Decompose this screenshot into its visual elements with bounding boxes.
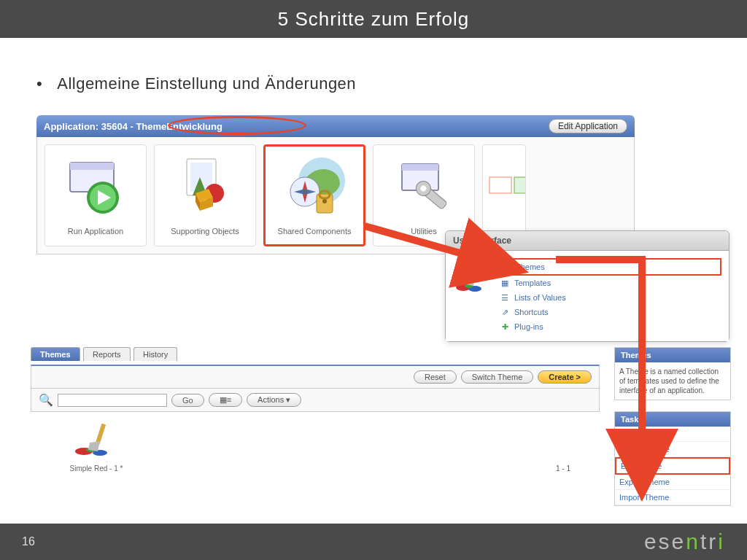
task-edit-theme[interactable]: Edit Theme <box>615 457 730 475</box>
side-themes-body: A Theme is a named collection of templat… <box>615 362 730 400</box>
slide-title-bar: 5 Schritte zum Erfolg <box>0 0 747 38</box>
theme-item[interactable]: Simple Red - 1 * <box>53 422 140 472</box>
ui-templates-link[interactable]: ▦Templates <box>497 276 721 290</box>
svg-rect-30 <box>471 261 479 279</box>
view-toggle-button[interactable]: ▦≡ <box>209 393 242 407</box>
theme-thumbnail-icon <box>71 422 122 459</box>
footer-bar: 16 esentri <box>0 524 747 560</box>
side-tasks-panel: Tasks Copy Theme Delete Theme Edit Theme… <box>614 411 731 506</box>
brand-logo: esentri <box>644 529 725 554</box>
side-themes-panel: Themes A Theme is a named collection of … <box>614 347 731 400</box>
tab-history[interactable]: History <box>133 347 177 361</box>
theme-label: Simple Red - 1 * <box>53 464 140 472</box>
list-icon: ☰ <box>500 292 510 303</box>
svg-rect-21 <box>402 164 438 171</box>
ui-plugins-link[interactable]: ✚Plug-ins <box>497 319 721 334</box>
svg-marker-31 <box>466 277 475 286</box>
pagination: 1 - 1 <box>556 464 570 472</box>
template-icon: ▦ <box>500 278 510 288</box>
tile-run-application[interactable]: Run Application <box>44 144 147 246</box>
supporting-objects-icon <box>172 155 238 221</box>
shortcut-icon: ⇗ <box>500 307 510 317</box>
actions-button[interactable]: Actions ▾ <box>247 393 301 407</box>
svg-point-16 <box>303 190 307 194</box>
side-tasks-head: Tasks <box>615 412 730 427</box>
tile-supporting-objects[interactable]: Supporting Objects <box>154 144 256 246</box>
pencil-icon: ✎ <box>501 262 511 272</box>
task-export-theme[interactable]: Export Theme <box>615 475 730 490</box>
tab-reports[interactable]: Reports <box>83 347 131 361</box>
tab-themes[interactable]: Themes <box>31 347 80 361</box>
utilities-icon <box>391 155 457 221</box>
side-themes-head: Themes <box>615 348 730 362</box>
svg-rect-26 <box>514 177 526 193</box>
page-number: 16 <box>22 535 35 548</box>
reset-button[interactable]: Reset <box>414 370 457 384</box>
shared-components-icon <box>282 155 347 221</box>
tile-label: Shared Components <box>278 227 352 236</box>
tile-label: Supporting Objects <box>171 227 239 236</box>
application-bar: Application: 35604 - ThemeEntwicklung Ed… <box>36 115 635 137</box>
svg-marker-36 <box>88 441 100 451</box>
task-copy-theme[interactable]: Copy Theme <box>615 427 730 442</box>
paintbrush-icon <box>453 258 489 295</box>
bullet-text: Allgemeine Einstellung und Änderungen <box>36 74 711 93</box>
ui-lov-link[interactable]: ☰Lists of Values <box>497 290 721 305</box>
partial-icon <box>482 163 526 228</box>
switch-theme-button[interactable]: Switch Theme <box>461 370 534 384</box>
svg-point-19 <box>322 199 327 203</box>
slide-title: 5 Schritte zum Erfolg <box>278 8 469 31</box>
ui-shortcuts-link[interactable]: ⇗Shortcuts <box>497 305 721 319</box>
edit-application-button[interactable]: Edit Application <box>549 119 627 133</box>
tile-shared-components[interactable]: Shared Components <box>263 144 365 246</box>
task-delete-theme[interactable]: Delete Theme <box>615 442 730 457</box>
search-input[interactable] <box>58 394 167 407</box>
run-application-icon <box>63 155 128 221</box>
ui-themes-link[interactable]: ✎Themes <box>497 258 721 276</box>
svg-rect-25 <box>489 177 511 193</box>
task-import-theme[interactable]: Import Theme <box>615 490 730 505</box>
tile-label: Utilities <box>411 227 436 236</box>
user-interface-panel: User Interface ✎Themes ▦Templates ☰Lists… <box>445 230 729 342</box>
create-button[interactable]: Create > <box>538 370 592 384</box>
search-icon: 🔍 <box>39 393 53 407</box>
plugin-icon: ✚ <box>500 322 510 332</box>
svg-rect-1 <box>70 163 114 170</box>
go-button[interactable]: Go <box>171 394 204 407</box>
tile-label: Run Application <box>68 227 123 236</box>
application-label: Application: 35604 - ThemeEntwicklung <box>44 121 222 132</box>
svg-rect-35 <box>96 424 106 444</box>
ui-panel-header: User Interface <box>446 231 729 251</box>
themes-section: Themes Reports History Reset Switch Them… <box>31 347 600 472</box>
